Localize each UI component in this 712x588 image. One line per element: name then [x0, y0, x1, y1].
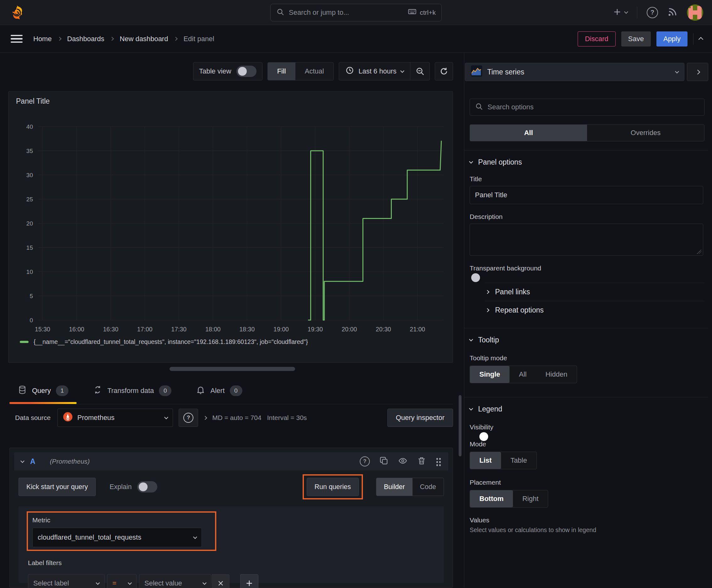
chevron-down-icon[interactable]	[20, 459, 24, 463]
time-series-chart[interactable]: 051015202530354015:3016:0016:3017:0017:3…	[8, 91, 453, 363]
datasource-picker[interactable]: Prometheus	[58, 408, 173, 427]
help-icon[interactable]: ?	[647, 7, 658, 18]
svg-text:19:00: 19:00	[274, 326, 289, 333]
chevron-right-icon[interactable]	[203, 416, 207, 420]
svg-text:20:00: 20:00	[342, 326, 357, 333]
apply-button[interactable]: Apply	[656, 31, 688, 46]
panel-options-section[interactable]: Panel options	[470, 158, 708, 166]
datasource-row: Data source Prometheus ? MD = auto = 704…	[15, 408, 453, 427]
tooltip-section[interactable]: Tooltip	[470, 336, 708, 344]
select-value-dropdown[interactable]: Select value	[139, 574, 211, 588]
query-inspector-button[interactable]: Query inspector	[387, 408, 453, 427]
chevron-right-icon	[486, 290, 490, 294]
tab-transform-label: Transform data	[107, 387, 154, 395]
svg-text:16:30: 16:30	[103, 326, 118, 333]
editor-tabs: Query 1 Transform data 0 Alert 0	[9, 377, 453, 404]
news-rss-icon[interactable]	[667, 7, 677, 18]
repeat-options-title: Repeat options	[495, 306, 544, 314]
prometheus-icon	[63, 412, 73, 424]
legend-table-option[interactable]: Table	[501, 452, 537, 469]
builder-option[interactable]: Builder	[376, 478, 412, 496]
fill-option[interactable]: Fill	[268, 63, 296, 80]
kickstart-button[interactable]: Kick start your query	[19, 478, 96, 496]
options-search[interactable]	[470, 99, 705, 115]
duplicate-icon[interactable]	[379, 456, 389, 467]
drag-handle-icon[interactable]	[436, 457, 441, 466]
save-button[interactable]: Save	[621, 31, 651, 46]
global-search[interactable]: ctrl+k	[270, 4, 442, 21]
placement-right-option[interactable]: Right	[513, 490, 548, 507]
refresh-button[interactable]	[435, 62, 453, 80]
tooltip-hidden-option[interactable]: Hidden	[536, 366, 577, 383]
chevron-down-icon	[469, 160, 473, 164]
panel-links-section[interactable]: Panel links	[485, 283, 705, 301]
metric-select[interactable]: cloudflared_tunnel_total_requests	[33, 528, 202, 547]
menu-toggle-icon[interactable]	[11, 35, 23, 43]
table-view-toggle[interactable]	[236, 66, 257, 77]
query-row-actions: ?	[360, 456, 441, 467]
query-editor: A (Prometheus) ? Kick start your query E…	[9, 447, 453, 588]
breadcrumb-home[interactable]: Home	[33, 35, 52, 43]
visualization-picker[interactable]: Time series	[465, 63, 684, 81]
remove-filter-button[interactable]	[212, 574, 230, 588]
tab-all[interactable]: All	[470, 125, 587, 141]
tab-query-count: 1	[56, 385, 68, 396]
legend-list-option[interactable]: List	[470, 452, 501, 469]
options-search-input[interactable]	[488, 103, 699, 111]
operator-dropdown[interactable]: =	[107, 574, 136, 588]
operator-value: =	[112, 579, 116, 587]
user-avatar[interactable]	[687, 4, 703, 21]
add-filter-button[interactable]	[240, 574, 258, 588]
description-textarea[interactable]	[470, 224, 703, 256]
panel-options-pane: Time series All Overrides Panel options …	[464, 53, 712, 588]
tab-query[interactable]: Query 1	[9, 377, 77, 404]
discard-button[interactable]: Discard	[578, 31, 616, 46]
resize-handle[interactable]	[170, 367, 295, 371]
time-range-picker[interactable]: Last 6 hours	[339, 63, 410, 80]
placement-bottom-option[interactable]: Bottom	[470, 490, 513, 507]
datasource-help-button[interactable]: ?	[179, 408, 198, 427]
explain-toggle[interactable]	[137, 481, 157, 492]
global-search-input[interactable]	[289, 8, 404, 17]
breadcrumb-bar: Home Dashboards New dashboard Edit panel…	[0, 25, 712, 53]
bell-icon	[196, 385, 205, 396]
collapse-pane-button[interactable]	[687, 63, 708, 81]
legend-series-marker	[20, 341, 28, 343]
query-row-header[interactable]: A (Prometheus) ?	[14, 452, 448, 470]
trash-icon[interactable]	[417, 456, 426, 467]
new-button[interactable]	[613, 7, 628, 18]
help-icon[interactable]: ?	[360, 456, 370, 466]
chevron-down-icon	[96, 581, 100, 585]
tooltip-single-option[interactable]: Single	[470, 366, 510, 383]
scrollbar-thumb[interactable]	[459, 395, 461, 456]
panel-title-input[interactable]	[470, 186, 703, 204]
svg-text:15: 15	[26, 244, 33, 251]
chart-legend[interactable]: {__name__="cloudflared_tunnel_total_requ…	[20, 338, 308, 345]
svg-text:10: 10	[26, 269, 33, 275]
tab-transform-data[interactable]: Transform data 0	[85, 377, 179, 404]
breadcrumb-new-dashboard[interactable]: New dashboard	[120, 35, 168, 43]
time-series-viz-icon	[471, 65, 482, 79]
select-label-dropdown[interactable]: Select label	[28, 574, 105, 588]
eye-icon[interactable]	[398, 456, 408, 467]
code-option[interactable]: Code	[412, 478, 444, 496]
legend-section[interactable]: Legend	[470, 405, 708, 413]
chevron-down-icon	[128, 581, 132, 585]
run-queries-button[interactable]: Run queries	[307, 478, 359, 496]
chevron-right-icon	[486, 308, 490, 312]
actual-option[interactable]: Actual	[296, 63, 333, 80]
breadcrumb-dashboards[interactable]: Dashboards	[67, 35, 105, 43]
query-ref-id: A	[30, 457, 36, 466]
table-view-label: Table view	[199, 67, 231, 76]
interval-info: Interval = 30s	[267, 414, 307, 422]
tooltip-all-option[interactable]: All	[510, 366, 536, 383]
tab-overrides[interactable]: Overrides	[587, 125, 704, 141]
time-range-label: Last 6 hours	[359, 67, 396, 76]
zoom-out-button[interactable]	[410, 63, 429, 80]
chevron-down-icon	[469, 337, 473, 341]
collapse-options-icon[interactable]	[698, 37, 704, 42]
grafana-logo[interactable]	[9, 4, 25, 21]
tab-alert[interactable]: Alert 0	[188, 377, 250, 404]
chevron-right-icon	[58, 37, 62, 41]
repeat-options-section[interactable]: Repeat options	[485, 301, 705, 319]
